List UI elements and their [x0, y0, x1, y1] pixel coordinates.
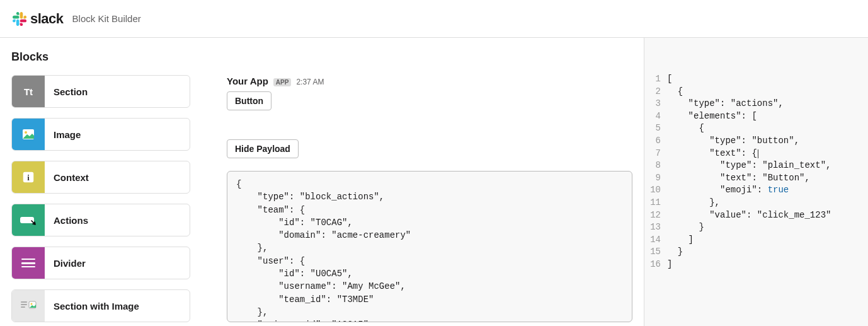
svg-rect-4	[20, 217, 34, 223]
editor-line[interactable]: 2 {	[649, 86, 860, 98]
editor-line[interactable]: 3 "type": "actions",	[649, 98, 860, 110]
svg-point-1	[25, 131, 27, 134]
editor-line[interactable]: 7 "text": {	[649, 148, 860, 160]
svg-rect-8	[21, 301, 27, 303]
line-number: 6	[649, 135, 667, 148]
editor-line[interactable]: 5 {	[649, 122, 860, 135]
block-label: Actions	[45, 215, 88, 226]
svg-rect-6	[21, 262, 35, 264]
line-number: 2	[649, 86, 667, 98]
slack-wordmark: slack	[30, 11, 64, 27]
editor-line[interactable]: 15 }	[649, 246, 860, 259]
editor-line[interactable]: 4 "elements": [	[649, 110, 860, 123]
blocks-sidebar: Blocks Tt Section Image i Context Action…	[0, 38, 202, 326]
line-number: 1	[649, 73, 667, 86]
message-header: Your App APP 2:37 AM	[227, 76, 632, 86]
line-number: 7	[649, 148, 667, 160]
editor-line[interactable]: 9 "text": "Button",	[649, 172, 860, 185]
app-badge: APP	[273, 78, 292, 86]
svg-point-12	[31, 303, 33, 305]
line-number: 11	[649, 197, 667, 209]
svg-rect-5	[21, 259, 35, 260]
preview-button[interactable]: Button	[227, 91, 271, 110]
block-label: Divider	[45, 258, 86, 269]
line-number: 15	[649, 246, 667, 259]
line-number: 3	[649, 98, 667, 110]
json-editor[interactable]: 1[2 {3 "type": "actions",4 "elements": […	[644, 38, 868, 326]
line-number: 13	[649, 221, 667, 234]
editor-line[interactable]: 10 "emoji": true	[649, 184, 860, 197]
svg-text:i: i	[27, 173, 30, 182]
block-label: Image	[45, 129, 81, 140]
line-number: 9	[649, 172, 667, 185]
block-item-image[interactable]: Image	[11, 118, 190, 151]
line-number: 16	[649, 259, 667, 271]
payload-json[interactable]: { "type": "block_actions", "team": { "id…	[227, 171, 632, 322]
slack-logo: slack	[13, 11, 64, 27]
block-item-context[interactable]: i Context	[11, 161, 190, 194]
block-item-actions[interactable]: Actions	[11, 204, 190, 236]
app-header: slack Block Kit Builder	[0, 0, 868, 38]
actions-icon	[12, 204, 45, 236]
editor-line[interactable]: 11 },	[649, 197, 860, 209]
editor-line[interactable]: 6 "type": "button",	[649, 135, 860, 148]
block-item-section-with-image[interactable]: Section with Image	[11, 289, 190, 322]
line-number: 14	[649, 234, 667, 247]
block-label: Section	[45, 86, 88, 97]
message-time: 2:37 AM	[296, 78, 324, 86]
block-label: Context	[45, 172, 89, 183]
editor-line[interactable]: 14 ]	[649, 234, 860, 247]
sidebar-title: Blocks	[11, 50, 190, 64]
block-label: Section with Image	[45, 301, 139, 311]
line-number: 12	[649, 209, 667, 222]
line-number: 5	[649, 122, 667, 135]
svg-rect-9	[21, 304, 27, 305]
editor-line[interactable]: 16]	[649, 259, 860, 271]
divider-icon	[12, 247, 45, 279]
image-icon	[12, 119, 45, 150]
line-number: 8	[649, 160, 667, 172]
svg-rect-10	[21, 306, 25, 308]
editor-line[interactable]: 8 "type": "plain_text",	[649, 160, 860, 172]
line-number: 10	[649, 184, 667, 197]
editor-line[interactable]: 13 }	[649, 221, 860, 234]
app-subtitle: Block Kit Builder	[72, 13, 141, 24]
editor-line[interactable]: 12 "value": "click_me_123"	[649, 209, 860, 222]
slack-icon	[13, 12, 26, 26]
svg-rect-7	[21, 266, 35, 267]
block-item-divider[interactable]: Divider	[11, 247, 190, 279]
message-preview: Your App APP 2:37 AM Button Hide Payload…	[202, 38, 644, 326]
section-icon: Tt	[12, 76, 45, 107]
context-icon: i	[12, 161, 45, 193]
hide-payload-button[interactable]: Hide Payload	[227, 139, 299, 158]
line-number: 4	[649, 110, 667, 123]
block-item-section[interactable]: Tt Section	[11, 75, 190, 108]
section-with-image-icon	[12, 290, 45, 322]
app-name: Your App	[227, 76, 268, 86]
editor-line[interactable]: 1[	[649, 73, 860, 86]
